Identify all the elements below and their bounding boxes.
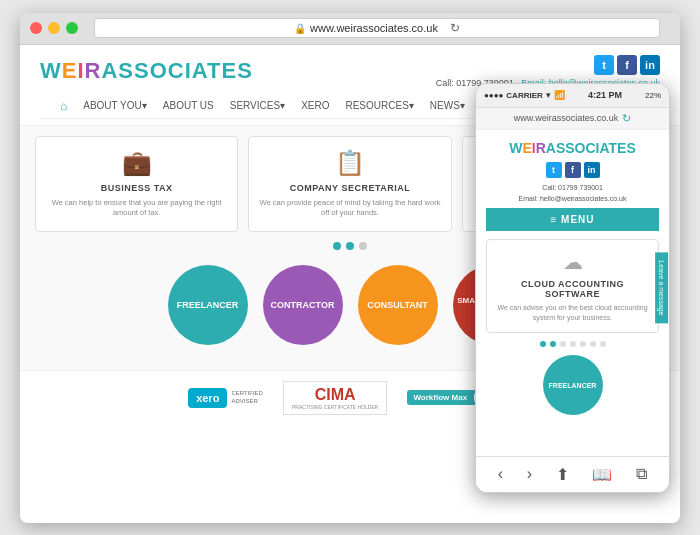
- browser-window: 🔒 www.weirassociates.co.uk ↻ WEIRASSOCIA…: [20, 13, 680, 523]
- nav-services[interactable]: SERVICES▾: [230, 100, 285, 111]
- mobile-carrier: CARRIER: [506, 91, 542, 100]
- site-logo: WEIRASSOCIATES: [40, 58, 253, 84]
- mobile-facebook-icon[interactable]: f: [565, 162, 581, 178]
- share-icon[interactable]: ⬆: [556, 465, 569, 484]
- tax-icon: 💼: [46, 149, 227, 177]
- logo-e: E: [62, 58, 78, 83]
- mobile-contact: Call: 01799 739001 Email: hello@weirasso…: [486, 182, 659, 204]
- mobile-phone: Call: 01799 739001: [486, 182, 659, 193]
- mobile-linkedin-icon[interactable]: in: [584, 162, 600, 178]
- twitter-icon[interactable]: t: [594, 55, 614, 75]
- mobile-overlay: ●●●● CARRIER ▾ 📶 4:21 PM 22% www.weirass…: [475, 83, 670, 493]
- circle-freelancer[interactable]: FREELANCER: [168, 265, 248, 345]
- maximize-button[interactable]: [66, 22, 78, 34]
- mobile-bottom-nav: ‹ › ⬆ 📖 ⧉: [476, 456, 669, 492]
- m-dot-2[interactable]: [550, 341, 556, 347]
- cima-partner: CIMA PRACTISING CERTIFICATE HOLDER: [283, 381, 388, 415]
- mobile-site: WEIRASSOCIATES t f in Call: 01799 739001…: [476, 130, 669, 434]
- cloud-icon: ☁: [497, 250, 648, 274]
- m-dot-4[interactable]: [570, 341, 576, 347]
- mobile-refresh-icon[interactable]: ↻: [622, 112, 631, 125]
- address-bar[interactable]: 🔒 www.weirassociates.co.uk ↻: [94, 18, 660, 38]
- m-dot-7[interactable]: [600, 341, 606, 347]
- nav-home[interactable]: ⌂: [60, 99, 67, 113]
- mobile-cloud-title: CLOUD ACCOUNTING SOFTWARE: [497, 279, 648, 299]
- mobile-circle-freelancer[interactable]: FREELANCER: [543, 355, 603, 415]
- mobile-address-bar[interactable]: www.weirassociates.co.uk ↻: [476, 108, 669, 130]
- service-card-tax: 💼 BUSINESS TAX We can help to ensure tha…: [35, 136, 238, 232]
- browser-titlebar: 🔒 www.weirassociates.co.uk ↻: [20, 13, 680, 45]
- carousel-dot-1[interactable]: [333, 242, 341, 250]
- refresh-icon[interactable]: ↻: [450, 21, 460, 35]
- m-dot-5[interactable]: [580, 341, 586, 347]
- minimize-button[interactable]: [48, 22, 60, 34]
- close-button[interactable]: [30, 22, 42, 34]
- mobile-cloud-card: ☁ CLOUD ACCOUNTING SOFTWARE We can advis…: [486, 239, 659, 334]
- mobile-time: 4:21 PM: [588, 90, 622, 100]
- service-card-secretarial: 📋 COMPANY SECRETARIAL We can provide pea…: [248, 136, 451, 232]
- nav-news[interactable]: NEWS▾: [430, 100, 465, 111]
- forward-icon[interactable]: ›: [527, 465, 532, 483]
- lock-icon: 🔒: [294, 23, 306, 34]
- cima-logo-text: CIMA: [292, 386, 379, 404]
- mobile-circles: FREELANCER: [486, 355, 659, 415]
- xero-logo: xero: [188, 388, 227, 408]
- tax-title: BUSINESS TAX: [46, 183, 227, 193]
- nav-about-you[interactable]: ABOUT YOU▾: [83, 100, 147, 111]
- mobile-twitter-icon[interactable]: t: [546, 162, 562, 178]
- mobile-cloud-desc: We can advise you on the best cloud acco…: [497, 303, 648, 323]
- circle-consultant[interactable]: CONSULTANT: [358, 265, 438, 345]
- facebook-icon[interactable]: f: [617, 55, 637, 75]
- m-dot-6[interactable]: [590, 341, 596, 347]
- secretarial-title: COMPANY SECRETARIAL: [259, 183, 440, 193]
- logo-i: I: [77, 58, 84, 83]
- mobile-carousel-dots: [486, 341, 659, 347]
- linkedin-icon[interactable]: in: [640, 55, 660, 75]
- secretarial-desc: We can provide peace of mind by taking t…: [259, 198, 440, 219]
- mobile-social-icons: t f in: [486, 162, 659, 178]
- back-icon[interactable]: ‹: [498, 465, 503, 483]
- circle-contractor[interactable]: CONTRACTOR: [263, 265, 343, 345]
- tabs-icon[interactable]: ⧉: [636, 465, 647, 483]
- nav-resources[interactable]: RESOURCES▾: [345, 100, 413, 111]
- mobile-menu-button[interactable]: ≡ MENU: [486, 208, 659, 231]
- xero-certified-text: CERTIFIEDADVISER: [231, 390, 263, 404]
- logo-r: R: [85, 58, 102, 83]
- xero-partner: xero CERTIFIEDADVISER: [188, 388, 263, 408]
- m-dot-3[interactable]: [560, 341, 566, 347]
- carousel-dot-3[interactable]: [359, 242, 367, 250]
- carousel-dot-2[interactable]: [346, 242, 354, 250]
- nav-xero[interactable]: XERO: [301, 100, 329, 111]
- mobile-email: Email: hello@weirassociates.co.uk: [486, 193, 659, 204]
- logo-associates: ASSOCIATES: [101, 58, 252, 83]
- mobile-battery: 22%: [645, 91, 661, 100]
- m-dot-1[interactable]: [540, 341, 546, 347]
- mobile-logo: WEIRASSOCIATES: [486, 140, 659, 156]
- bookmarks-icon[interactable]: 📖: [592, 465, 612, 484]
- url-text: www.weirassociates.co.uk: [310, 22, 438, 34]
- social-icons: t f in: [436, 55, 660, 75]
- mobile-status-bar: ●●●● CARRIER ▾ 📶 4:21 PM 22%: [476, 84, 669, 108]
- logo-w: W: [40, 58, 62, 83]
- secretarial-icon: 📋: [259, 149, 440, 177]
- tax-desc: We can help to ensure that you are payin…: [46, 198, 227, 219]
- cima-sub-text: PRACTISING CERTIFICATE HOLDER: [292, 404, 379, 410]
- leave-message-tab[interactable]: Leave a message: [655, 252, 668, 323]
- mobile-url: www.weirassociates.co.uk: [514, 113, 619, 123]
- nav-about-us[interactable]: ABOUT US: [163, 100, 214, 111]
